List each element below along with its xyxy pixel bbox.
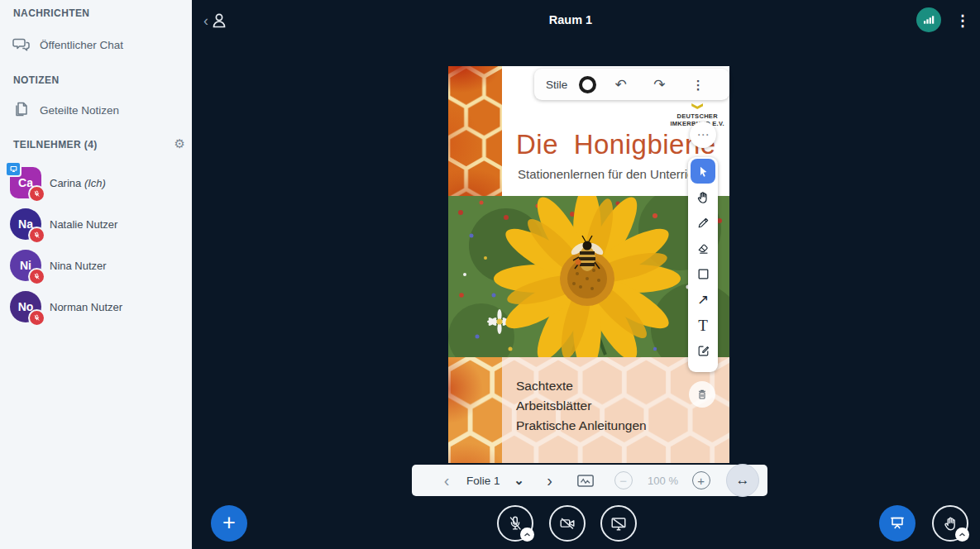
fit-to-width-button[interactable]: ↔ — [726, 464, 759, 497]
whiteboard-style-panel: Stile ↶ ↷ ⋮ — [534, 69, 729, 100]
back-to-users-button[interactable]: ‹ — [203, 11, 229, 31]
bee-flower-photo — [448, 196, 729, 357]
enable-webcam-button[interactable] — [549, 505, 586, 542]
meeting-title: Raum 1 — [549, 13, 592, 26]
slide-title: Die Honigbiene — [516, 129, 716, 160]
delete-annotations-button[interactable] — [689, 381, 715, 408]
participant-row[interactable]: No Norman Nutzer — [0, 286, 192, 327]
options-kebab-menu[interactable]: ⋮ — [955, 10, 968, 31]
raise-hand-button[interactable] — [932, 505, 968, 542]
fit-to-page-icon — [576, 473, 595, 489]
public-chat-label: Öffentlicher Chat — [40, 39, 123, 51]
text-tool[interactable]: T — [691, 313, 715, 338]
honeycomb-image-top — [448, 66, 502, 196]
wb-kebab-menu[interactable]: ⋮ — [692, 79, 705, 91]
participant-row[interactable]: Ca Carina (Ich) — [0, 162, 192, 203]
participant-name: Carina (Ich) — [50, 177, 106, 189]
rectangle-tool[interactable] — [691, 261, 715, 287]
previous-slide-button[interactable]: ‹ — [437, 471, 457, 490]
eraser-tool[interactable] — [691, 236, 715, 261]
cursor-icon — [696, 165, 710, 179]
webcam-off-icon — [558, 514, 576, 532]
select-tool[interactable] — [691, 159, 715, 184]
arrow-icon: ↗ — [697, 291, 709, 308]
shared-notes-label: Geteilte Notizen — [40, 104, 119, 117]
muted-mic-badge-icon — [28, 185, 45, 203]
slide-select-caret-icon[interactable]: ⌄ — [512, 473, 527, 488]
chat-icon — [10, 35, 33, 55]
presenter-screen-badge-icon — [5, 161, 22, 177]
trash-icon — [696, 388, 709, 401]
plus-icon: + — [222, 512, 236, 534]
zoom-out-button[interactable]: − — [614, 471, 633, 489]
connection-status-button[interactable] — [916, 7, 941, 32]
reactions-badge[interactable] — [955, 528, 969, 542]
text-icon: T — [698, 317, 708, 335]
chevron-up-icon — [958, 532, 966, 537]
whiteboard-canvas[interactable]: Die Honigbiene Stationenlernen für den U… — [448, 66, 729, 463]
participant-name: Norman Nutzer — [50, 301, 122, 313]
participants-header: TEILNEHMER (4) — [13, 139, 98, 150]
styles-button[interactable]: Stile — [546, 79, 567, 91]
screenshare-off-icon — [610, 514, 628, 532]
sidebar-item-shared-notes[interactable]: Geteilte Notizen — [0, 93, 192, 127]
meeting-window: NACHRICHTEN Öffentlicher Chat NOTIZEN Ge… — [0, 0, 980, 549]
participant-name: Natalie Nutzer — [50, 218, 117, 231]
zoom-level-value: 100 % — [644, 475, 682, 487]
muted-mic-badge-icon — [28, 268, 45, 285]
muted-mic-badge-icon — [28, 309, 45, 327]
avatar: Na — [10, 208, 41, 240]
arrow-tool[interactable]: ↗ — [691, 287, 715, 313]
presentation-board-icon — [888, 514, 906, 532]
participant-row[interactable]: Na Natalie Nutzer — [0, 203, 192, 245]
pencil-icon — [696, 216, 710, 230]
shared-notes-icon — [10, 100, 33, 120]
rectangle-icon — [696, 267, 710, 281]
note-tool[interactable] — [691, 338, 715, 364]
avatar: Ca — [10, 167, 41, 198]
whiteboard-toolbar: ↗ T — [688, 157, 718, 372]
restore-presentation-button[interactable] — [879, 505, 915, 542]
next-slide-button[interactable]: › — [540, 471, 560, 490]
redo-button[interactable]: ↷ — [653, 78, 665, 92]
chevron-left-icon: ‹ — [203, 13, 208, 28]
unmute-microphone-button[interactable] — [497, 505, 533, 542]
pencil-tool[interactable] — [691, 210, 715, 236]
main-area: ‹ Raum 1 ⋮ — [192, 0, 980, 549]
fit-to-page-button[interactable] — [576, 473, 595, 489]
participant-name: Nina Nutzer — [50, 260, 107, 272]
avatar: Ni — [10, 250, 41, 281]
person-icon — [209, 11, 229, 31]
current-color-indicator[interactable] — [579, 76, 596, 93]
more-tools-button[interactable]: ⋯ — [690, 122, 716, 148]
hand-icon — [696, 190, 710, 205]
sidebar: NACHRICHTEN Öffentlicher Chat NOTIZEN Ge… — [0, 0, 192, 549]
presentation-toolbar: ‹ Folie 1 ⌄ › − 100 % + ↔ — [412, 465, 767, 496]
eraser-icon — [696, 241, 710, 255]
undo-button[interactable]: ↶ — [614, 78, 626, 92]
zoom-in-button[interactable]: + — [692, 471, 710, 489]
logo-emblem-icon — [691, 103, 703, 109]
muted-mic-badge-icon — [28, 227, 45, 244]
participants-settings-gear-icon[interactable]: ⚙ — [174, 137, 185, 150]
actions-plus-button[interactable]: + — [211, 505, 247, 542]
sidebar-item-public-chat[interactable]: Öffentlicher Chat — [0, 28, 192, 61]
screenshare-button[interactable] — [600, 505, 637, 542]
edit-note-icon — [696, 344, 710, 358]
slide-select-label[interactable]: Folie 1 — [466, 475, 500, 487]
pan-tool[interactable] — [691, 184, 715, 210]
avatar: No — [10, 291, 41, 322]
slide-bullet-list: Sachtexte Arbeitsblätter Praktische Anle… — [516, 376, 647, 436]
messages-header: NACHRICHTEN — [13, 7, 89, 19]
chevron-up-icon — [523, 532, 531, 537]
signal-bars-icon — [922, 13, 935, 26]
participant-row[interactable]: Ni Nina Nutzer — [0, 245, 192, 286]
audio-device-badge[interactable] — [520, 528, 534, 542]
slide-subtitle: Stationenlernen für den Unterricht — [518, 167, 704, 181]
notes-header: NOTIZEN — [13, 74, 59, 86]
